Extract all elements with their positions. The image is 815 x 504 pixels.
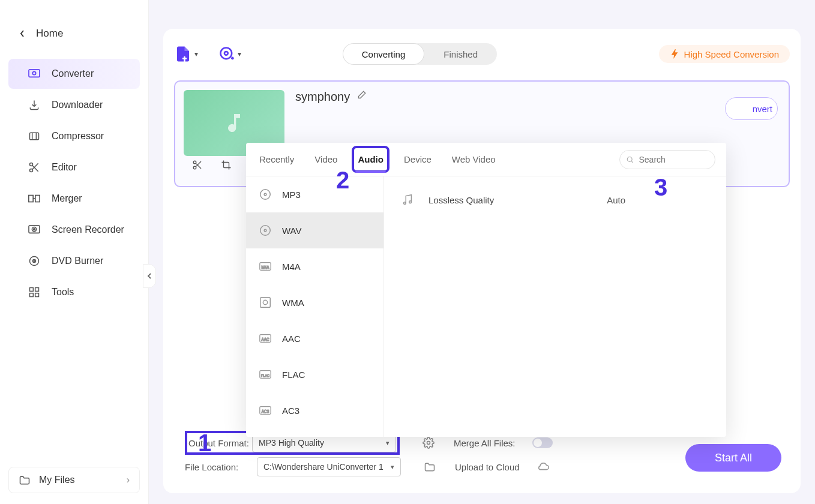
popup-tab-web-video[interactable]: Web Video bbox=[450, 149, 498, 169]
merge-label: Merge All Files: bbox=[454, 438, 516, 448]
merge-toggle[interactable] bbox=[532, 437, 553, 448]
badge-icon: M4A bbox=[258, 259, 272, 274]
convert-button[interactable]: nvert bbox=[725, 97, 778, 120]
status-tabs: Converting Finished bbox=[343, 43, 497, 65]
svg-rect-29 bbox=[35, 288, 39, 292]
svg-text:AC3: AC3 bbox=[262, 409, 269, 413]
sidebar-item-dvd-burner[interactable]: DVD Burner bbox=[8, 246, 140, 276]
disc-icon bbox=[258, 187, 272, 202]
sidebar-home-label: Home bbox=[36, 28, 63, 40]
svg-point-59 bbox=[404, 202, 406, 205]
format-list: MP3 WAV M4A M4A WMA AAC AAC FLAC FLAC bbox=[246, 176, 384, 437]
svg-point-27 bbox=[34, 260, 35, 262]
trim-icon[interactable] bbox=[192, 160, 204, 172]
quality-value: Auto bbox=[607, 195, 625, 205]
svg-line-42 bbox=[631, 161, 633, 163]
sidebar-item-merger[interactable]: Merger bbox=[8, 184, 140, 214]
gear-icon[interactable] bbox=[423, 437, 435, 449]
chevron-down-icon: ▾ bbox=[391, 463, 394, 471]
sidebar-collapse-button[interactable] bbox=[143, 264, 156, 288]
sidebar-item-label: DVD Burner bbox=[52, 256, 103, 266]
add-file-button[interactable]: ▾ bbox=[174, 45, 198, 63]
svg-point-60 bbox=[409, 201, 412, 203]
crop-icon[interactable] bbox=[221, 160, 233, 172]
popup-header: Recently Video Audio Device Web Video bbox=[246, 143, 726, 176]
download-icon bbox=[28, 98, 41, 112]
sidebar-item-label: Merger bbox=[52, 193, 82, 204]
sidebar-item-label: Screen Recorder bbox=[52, 224, 124, 235]
format-item-aiff[interactable]: AIFF AIFF bbox=[246, 428, 383, 437]
grid-icon bbox=[28, 286, 41, 299]
file-location-value: C:\Wondershare UniConverter 1 bbox=[263, 462, 383, 472]
popup-tab-recently[interactable]: Recently bbox=[257, 149, 296, 169]
popup-tab-audio[interactable]: Audio bbox=[355, 149, 386, 169]
format-item-aac[interactable]: AAC AAC bbox=[246, 320, 383, 356]
cloud-icon[interactable] bbox=[537, 461, 550, 472]
disc-plus-icon bbox=[218, 46, 235, 62]
file-location-label: File Location: bbox=[185, 462, 248, 472]
svg-rect-31 bbox=[35, 293, 39, 297]
svg-rect-20 bbox=[35, 196, 40, 202]
file-title: symphony bbox=[295, 90, 350, 104]
converter-icon bbox=[28, 67, 41, 80]
sidebar-item-label: Converter bbox=[52, 68, 94, 79]
svg-rect-49 bbox=[260, 298, 271, 308]
high-speed-label: High Speed Conversion bbox=[684, 49, 779, 59]
chevron-right-icon: › bbox=[127, 475, 130, 485]
quality-row-lossless[interactable]: Lossless Quality Auto bbox=[384, 185, 726, 215]
record-icon bbox=[28, 223, 41, 236]
search-icon bbox=[626, 155, 634, 164]
sidebar-item-label: Editor bbox=[52, 162, 77, 173]
music-note-icon bbox=[222, 111, 246, 135]
sidebar-item-downloader[interactable]: Downloader bbox=[8, 90, 140, 120]
tab-converting[interactable]: Converting bbox=[343, 43, 425, 65]
scissors-icon bbox=[28, 161, 41, 174]
sidebar-home[interactable]: Home bbox=[0, 17, 148, 50]
disc-icon bbox=[28, 254, 41, 268]
svg-point-46 bbox=[264, 229, 266, 232]
start-all-button[interactable]: Start All bbox=[685, 444, 781, 472]
badge-icon bbox=[258, 295, 272, 310]
sidebar-item-label: Compressor bbox=[52, 131, 104, 142]
sidebar-item-compressor[interactable]: Compressor bbox=[8, 121, 140, 151]
svg-point-15 bbox=[30, 163, 33, 166]
file-location-select[interactable]: C:\Wondershare UniConverter 1 ▾ bbox=[257, 457, 401, 476]
popup-tab-video[interactable]: Video bbox=[312, 149, 340, 169]
svg-point-43 bbox=[260, 190, 271, 200]
svg-rect-10 bbox=[29, 70, 40, 77]
format-item-wav[interactable]: WAV bbox=[246, 212, 383, 248]
chevron-down-icon: ▾ bbox=[194, 50, 198, 58]
format-item-mp3[interactable]: MP3 bbox=[246, 176, 383, 212]
svg-point-32 bbox=[221, 48, 232, 59]
popup-search[interactable] bbox=[619, 150, 715, 169]
add-disc-button[interactable]: ▾ bbox=[218, 46, 241, 62]
popup-search-input[interactable] bbox=[639, 155, 709, 164]
svg-point-11 bbox=[32, 71, 35, 74]
svg-rect-12 bbox=[30, 133, 39, 140]
folder-open-icon[interactable] bbox=[424, 461, 436, 472]
compressor-icon bbox=[28, 130, 41, 143]
chevron-down-icon: ▾ bbox=[238, 50, 241, 58]
format-item-ac3[interactable]: AC3 AC3 bbox=[246, 392, 383, 428]
svg-rect-28 bbox=[30, 288, 34, 292]
format-item-flac[interactable]: FLAC FLAC bbox=[246, 356, 383, 392]
my-files-label: My Files bbox=[39, 475, 75, 485]
popup-tab-device[interactable]: Device bbox=[401, 149, 434, 169]
toolbar: ▾ ▾ Converting Finished High Speed Conve… bbox=[174, 40, 790, 68]
high-speed-button[interactable]: High Speed Conversion bbox=[659, 45, 790, 63]
svg-text:M4A: M4A bbox=[261, 265, 269, 269]
sidebar-item-label: Downloader bbox=[52, 100, 103, 110]
quality-label: Lossless Quality bbox=[429, 195, 494, 205]
format-item-wma[interactable]: WMA bbox=[246, 284, 383, 320]
sidebar-item-tools[interactable]: Tools bbox=[8, 277, 140, 307]
format-item-m4a[interactable]: M4A M4A bbox=[246, 248, 383, 284]
edit-title-icon[interactable] bbox=[356, 90, 367, 101]
sidebar-my-files[interactable]: My Files › bbox=[8, 467, 140, 493]
tab-finished[interactable]: Finished bbox=[424, 43, 497, 65]
sidebar-item-converter[interactable]: Converter bbox=[8, 59, 140, 89]
sidebar-item-screen-recorder[interactable]: Screen Recorder bbox=[8, 215, 140, 245]
output-format-value: MP3 High Quality bbox=[259, 438, 324, 448]
badge-icon: AAC bbox=[258, 331, 272, 346]
sidebar-item-editor[interactable]: Editor bbox=[8, 152, 140, 182]
svg-point-37 bbox=[193, 166, 196, 169]
